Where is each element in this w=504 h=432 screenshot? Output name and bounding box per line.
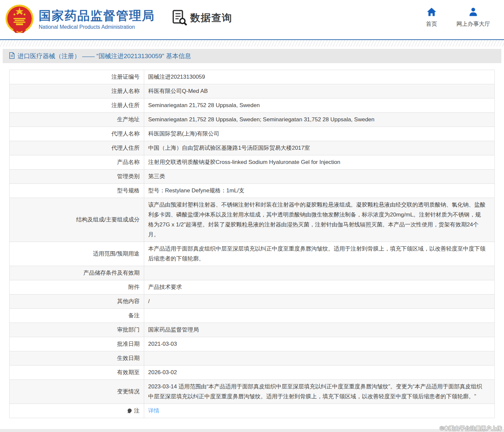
registration-info-table: 注册证编号国械注进20213130059注册人名称科医有限公司Q-Med AB注… — [9, 70, 495, 418]
nav-item-service-hall[interactable]: 网上办事大厅 — [456, 7, 490, 28]
row-label-text: 注册证编号 — [111, 72, 140, 82]
row-value: 详情 — [144, 404, 494, 418]
table-row: 结构及组成/主要组成成分该产品由预灌封塑料注射器、不锈钢注射针和封装在注射器中的… — [10, 198, 494, 242]
row-label: 其他内容 — [10, 295, 144, 308]
row-label-text: 管理类别 — [117, 172, 140, 181]
table-row: 注册证编号国械注进20213130059 — [10, 70, 494, 84]
row-label: 管理类别 — [10, 170, 144, 183]
row-label-text: 代理人住所 — [111, 143, 140, 153]
page-title: 进口医疗器械（注册） —— “国械注进20213130059” 基本信息 — [18, 52, 191, 60]
row-value-text: 科医国际贸易(上海)有限公司 — [148, 129, 486, 139]
row-value-text: 产品技术要求 — [148, 282, 486, 292]
row-label-text: 生产地址 — [117, 115, 140, 125]
row-value-text: 注射用交联透明质酸钠凝胶Cross-linked Sodium Hyaluron… — [148, 157, 486, 167]
row-label: 代理人住所 — [10, 141, 144, 155]
row-value: 中国（上海）自由贸易试验区基隆路1号汤臣国际贸易大楼2017室 — [144, 141, 494, 155]
row-value-text: 科医有限公司Q-Med AB — [148, 86, 486, 96]
table-row: 备注 — [10, 308, 494, 323]
top-navigation: 首页 网上办事大厅 — [426, 7, 490, 28]
row-label-text: 变更情况 — [117, 387, 140, 397]
row-value: 2021-03-03 — [144, 337, 494, 351]
row-label: 备注 — [10, 309, 144, 323]
table-row: 审批部门国家药品监督管理局 — [10, 323, 494, 337]
data-query-title: 数据查询 — [190, 11, 232, 25]
row-label-text: 产品储存条件及有效期 — [83, 268, 140, 278]
row-value: / — [144, 295, 494, 308]
row-label: 有效期至 — [10, 366, 144, 379]
row-value-text: Seminariegatan 21,752 28 Uppsala, Sweden — [148, 100, 486, 110]
row-value: 国械注进20213130059 — [144, 70, 494, 84]
row-value: 2023-03-14 适用范围由“本产品适用于面部真皮组织中层至深层填充以纠正中… — [144, 380, 494, 404]
table-row: 附件产品技术要求 — [10, 280, 494, 294]
data-query-section: 数据查询 — [172, 10, 232, 27]
row-label-text: 注 — [134, 406, 140, 416]
row-label: 产品储存条件及有效期 — [10, 266, 144, 280]
nav-item-home[interactable]: 首页 — [426, 7, 437, 28]
row-label: 生产地址 — [10, 113, 144, 127]
row-value-text: 本产品适用于面部真皮组织中层至深层填充以纠正中度至重度鼻唇沟皱纹。适用于注射到骨… — [148, 244, 486, 264]
org-names: 国家药品监督管理局 National Medical Products Admi… — [39, 9, 155, 30]
row-value: 科医有限公司Q-Med AB — [144, 84, 494, 98]
national-emblem-logo — [5, 4, 34, 36]
row-label-text: 注册人名称 — [111, 86, 140, 96]
row-label: 产品名称 — [10, 155, 144, 169]
details-link[interactable]: 详情 — [148, 406, 159, 416]
row-value: 第三类 — [144, 170, 494, 183]
row-label: 审批部门 — [10, 323, 144, 337]
org-name-en: National Medical Products Administration — [39, 24, 155, 30]
table-row: 产品名称注射用交联透明质酸钠凝胶Cross-linked Sodium Hyal… — [10, 155, 494, 169]
row-value: 该产品由预灌封塑料注射器、不锈钢注射针和封装在注射器中的凝胶颗粒悬液组成。凝胶颗… — [144, 198, 494, 242]
row-value: 本产品适用于面部真皮组织中层至深层填充以纠正中度至重度鼻唇沟皱纹。适用于注射到骨… — [144, 242, 494, 266]
row-label-text: 代理人名称 — [111, 129, 140, 139]
row-value — [144, 266, 494, 280]
row-label: 代理人名称 — [10, 127, 144, 141]
row-value: 国家药品监督管理局 — [144, 323, 494, 337]
row-label: 注 — [10, 404, 144, 418]
table-row: 其他内容/ — [10, 294, 494, 308]
table-row: 管理类别第三类 — [10, 169, 494, 183]
nav-item-label: 首页 — [426, 20, 437, 28]
row-value-text: 2026-03-02 — [148, 368, 486, 377]
home-icon — [427, 7, 437, 18]
row-value: Seminariegatan 21,752 28 Uppsala, Sweden… — [144, 113, 494, 127]
row-label-text: 有效期至 — [117, 368, 140, 377]
row-label: 批准日期 — [10, 337, 144, 351]
row-value-text: 2021-03-03 — [148, 339, 486, 349]
brand-block: 国家药品监督管理局 National Medical Products Admi… — [5, 4, 155, 36]
row-label-text: 型号规格 — [117, 186, 140, 196]
row-value-text: 型号：Restylane Defyne规格：1mL/支 — [148, 186, 486, 196]
row-value-text: 中国（上海）自由贸易试验区基隆路1号汤臣国际贸易大楼2017室 — [148, 143, 486, 153]
row-value-text: 国械注进20213130059 — [148, 72, 486, 82]
row-label: 结构及组成/主要组成成分 — [10, 198, 144, 242]
row-label: 附件 — [10, 280, 144, 294]
row-label: 生效日期 — [10, 351, 144, 365]
row-label-text: 产品名称 — [117, 157, 140, 167]
row-label: 注册证编号 — [10, 70, 144, 84]
bulb-icon — [127, 408, 132, 414]
table-row: 有效期至2026-03-02 — [10, 365, 494, 379]
row-value: 产品技术要求 — [144, 280, 494, 294]
table-row: 注详情 — [10, 404, 494, 418]
watermark-text: ©本图由平台注册用户上传 — [440, 425, 502, 432]
striped-band — [0, 40, 504, 47]
row-label-text: 适用范围/预期用途 — [93, 249, 140, 259]
row-value-text: 该产品由预灌封塑料注射器、不锈钢注射针和封装在注射器中的凝胶颗粒悬液组成。凝胶颗… — [148, 200, 486, 240]
table-row: 注册人名称科医有限公司Q-Med AB — [10, 84, 494, 98]
document-icon — [9, 52, 15, 60]
row-label-text: 批准日期 — [117, 339, 140, 349]
row-label: 注册人住所 — [10, 98, 144, 112]
row-value: 注射用交联透明质酸钠凝胶Cross-linked Sodium Hyaluron… — [144, 155, 494, 169]
page-title-bar: 进口医疗器械（注册） —— “国械注进20213130059” 基本信息 — [3, 49, 501, 63]
row-label-text: 结构及组成/主要组成成分 — [76, 215, 140, 225]
table-row: 生效日期 — [10, 351, 494, 365]
bottom-strip — [0, 429, 504, 432]
row-label: 注册人名称 — [10, 84, 144, 98]
org-name-zh: 国家药品监督管理局 — [39, 9, 155, 23]
table-row: 型号规格型号：Restylane Defyne规格：1mL/支 — [10, 183, 494, 198]
row-label-text: 备注 — [128, 311, 140, 321]
table-row: 代理人住所中国（上海）自由贸易试验区基隆路1号汤臣国际贸易大楼2017室 — [10, 141, 494, 155]
row-value: 2026-03-02 — [144, 366, 494, 379]
row-value-text: / — [148, 296, 486, 306]
table-row: 产品储存条件及有效期 — [10, 266, 494, 280]
table-row: 生产地址Seminariegatan 21,752 28 Uppsala, Sw… — [10, 112, 494, 127]
